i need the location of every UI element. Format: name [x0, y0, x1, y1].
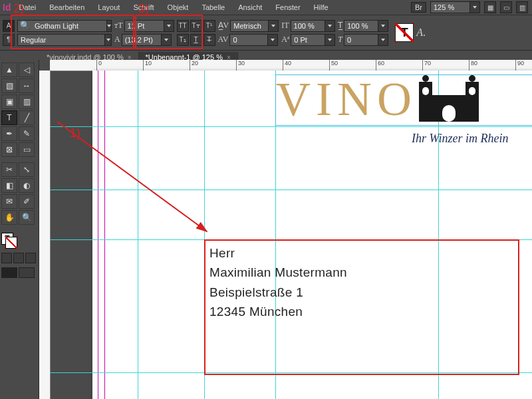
- rectangle-frame-tool[interactable]: ⊠: [1, 142, 17, 157]
- skew-input[interactable]: [344, 35, 378, 45]
- selection-tool[interactable]: ▲: [1, 63, 17, 77]
- annotation-label: 3): [138, 2, 149, 16]
- content-collector-tool[interactable]: ▣: [1, 94, 17, 109]
- svg-rect-1: [442, 105, 456, 122]
- row-guide[interactable]: [50, 126, 532, 127]
- image-frame-logo[interactable]: VINO: [275, 74, 532, 126]
- pencil-tool[interactable]: ✎: [19, 126, 35, 141]
- paragraph-mode-icon[interactable]: ¶: [3, 34, 15, 46]
- row-guide[interactable]: [50, 190, 532, 190]
- chevron-down-icon[interactable]: [267, 35, 277, 45]
- arrange-icon[interactable]: ▥: [516, 1, 528, 13]
- preview-view-icon[interactable]: [19, 267, 35, 278]
- apply-gradient-icon[interactable]: [13, 253, 24, 263]
- gradient-swatch-tool[interactable]: ◧: [1, 178, 17, 193]
- menu-window[interactable]: Fenster: [269, 1, 307, 13]
- menu-layout[interactable]: Layout: [91, 1, 126, 13]
- menu-view[interactable]: Ansicht: [231, 1, 269, 13]
- leading-input[interactable]: [122, 35, 161, 45]
- baseline-input[interactable]: [291, 35, 325, 45]
- tracking-input[interactable]: [230, 35, 267, 45]
- normal-view-icon[interactable]: [1, 267, 17, 278]
- apply-color-icon[interactable]: [1, 253, 12, 263]
- vertical-ruler[interactable]: [39, 70, 51, 399]
- chevron-down-icon[interactable]: [104, 35, 111, 45]
- view-options-icon[interactable]: ▦: [484, 1, 496, 13]
- tracking-field[interactable]: [229, 34, 278, 46]
- hand-tool[interactable]: ✋: [1, 210, 17, 225]
- font-family-field[interactable]: 🔍: [17, 20, 112, 32]
- ruler-tick: 70: [422, 60, 431, 70]
- gap-tool[interactable]: ↔: [19, 78, 35, 93]
- scissors-tool[interactable]: ✂: [1, 162, 17, 177]
- chevron-down-icon[interactable]: [469, 2, 479, 13]
- canvas[interactable]: 0 10 20 30 40 50 60 70 80 90 VINO: [39, 60, 532, 399]
- address-line: Herr: [209, 243, 514, 263]
- ruler-tick: 10: [143, 60, 152, 70]
- column-guide[interactable]: [138, 70, 138, 399]
- fill-swatch[interactable]: T: [395, 23, 414, 42]
- font-size-field[interactable]: [124, 20, 174, 32]
- bridge-button[interactable]: Br: [411, 2, 426, 13]
- apply-none-icon[interactable]: [25, 253, 36, 263]
- hscale-field[interactable]: [344, 20, 388, 32]
- chevron-down-icon[interactable]: [325, 35, 334, 45]
- character-mode-icon[interactable]: A: [3, 20, 15, 32]
- leading-field[interactable]: [122, 34, 172, 46]
- page-tool[interactable]: ▧: [1, 78, 17, 93]
- zoom-input[interactable]: [431, 3, 469, 12]
- pen-tool[interactable]: ✒: [1, 126, 17, 141]
- vscale-field[interactable]: [291, 20, 335, 32]
- horizontal-ruler[interactable]: 0 10 20 30 40 50 60 70 80 90: [50, 60, 532, 71]
- type-tool[interactable]: T: [1, 110, 17, 125]
- ruler-tick: 30: [236, 60, 245, 70]
- chevron-down-icon[interactable]: [161, 35, 171, 45]
- direct-selection-tool[interactable]: ◁: [19, 63, 35, 77]
- chevron-down-icon[interactable]: [164, 21, 174, 31]
- menu-object[interactable]: Objekt: [161, 1, 196, 13]
- superscript-icon[interactable]: T¹: [203, 20, 215, 32]
- annotation-label: 2): [13, 2, 24, 16]
- font-style-field[interactable]: [17, 34, 112, 46]
- rectangle-tool[interactable]: ▭: [19, 142, 35, 157]
- chevron-down-icon[interactable]: [378, 35, 388, 45]
- menu-table[interactable]: Tabelle: [195, 1, 231, 13]
- margin-guide[interactable]: [104, 70, 105, 399]
- eyedropper-tool[interactable]: ✐: [19, 194, 35, 209]
- strikethrough-icon[interactable]: T: [203, 34, 215, 46]
- menu-edit[interactable]: Bearbeiten: [43, 1, 91, 13]
- zoom-field[interactable]: [430, 1, 480, 13]
- line-tool[interactable]: ╱: [19, 110, 35, 125]
- skew-field[interactable]: [344, 34, 388, 46]
- character-style-icon[interactable]: A.: [416, 27, 426, 39]
- font-family-input[interactable]: [32, 21, 106, 31]
- underline-icon[interactable]: T: [190, 34, 202, 46]
- kerning-field[interactable]: [230, 20, 279, 32]
- baseline-field[interactable]: [291, 34, 335, 46]
- allcaps-icon[interactable]: TT: [177, 20, 189, 32]
- text-frame-address[interactable]: Herr Maximilian Mustermann Beispielstraß…: [204, 239, 519, 375]
- vscale-input[interactable]: [291, 21, 325, 31]
- subscript-icon[interactable]: T₁: [177, 34, 189, 46]
- note-tool[interactable]: ✉: [1, 194, 17, 209]
- chevron-down-icon[interactable]: [378, 21, 388, 31]
- kerning-input[interactable]: [231, 21, 268, 31]
- margin-guide[interactable]: [98, 70, 98, 399]
- free-transform-tool[interactable]: ⤡: [19, 162, 35, 177]
- content-placer-tool[interactable]: ▥: [19, 94, 35, 109]
- hscale-input[interactable]: [344, 21, 378, 31]
- ruler-tick: 80: [469, 60, 477, 70]
- screen-mode-icon[interactable]: ▭: [500, 1, 512, 13]
- chevron-down-icon[interactable]: [325, 21, 334, 31]
- chevron-down-icon[interactable]: [106, 21, 111, 31]
- font-size-input[interactable]: [125, 21, 164, 31]
- menu-help[interactable]: Hilfe: [307, 1, 335, 13]
- svg-point-4: [422, 75, 429, 82]
- smallcaps-icon[interactable]: Tᴛ: [190, 20, 202, 32]
- font-style-input[interactable]: [18, 35, 104, 45]
- zoom-tool[interactable]: 🔍: [19, 210, 35, 225]
- chevron-down-icon[interactable]: [268, 21, 278, 31]
- gradient-feather-tool[interactable]: ◐: [19, 178, 35, 193]
- address-text[interactable]: Herr Maximilian Mustermann Beispielstraß…: [205, 241, 518, 325]
- fill-stroke-swatch[interactable]: T: [1, 233, 37, 249]
